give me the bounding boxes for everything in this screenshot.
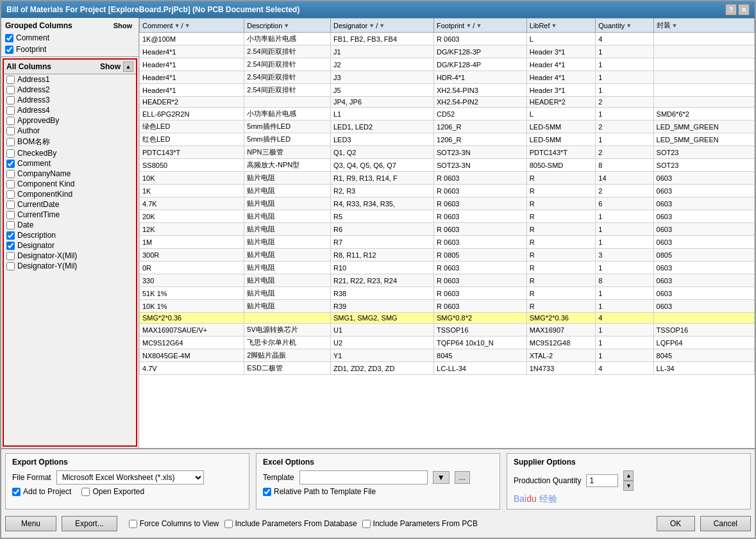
table-row[interactable]: SMG*2*0.36SMG1, SMG2, SMGSMG*0.8*2SMG*2*…: [140, 313, 755, 324]
col-more-checkbox[interactable]: [6, 262, 15, 270]
col-header-designator[interactable]: Designator ▼ / ▼: [331, 19, 434, 33]
help-button[interactable]: ?: [725, 4, 737, 15]
window-title: Bill of Materials For Project [ExploreBo…: [6, 5, 299, 14]
grouped-columns-section: Grouped Columns Show Comment Footprint: [1, 18, 139, 57]
template-dropdown-btn[interactable]: ▼: [433, 471, 449, 484]
force-columns-label[interactable]: Force Columns to View: [129, 519, 219, 528]
open-exported-checkbox[interactable]: [81, 488, 90, 496]
col-comment-checkbox[interactable]: [6, 160, 15, 168]
col-header-quantity[interactable]: Quantity ▼: [596, 19, 653, 33]
table-row[interactable]: 20K贴片电阻R5R 0603R10603: [140, 210, 755, 223]
col-designator-x-checkbox[interactable]: [6, 252, 15, 260]
col-date-checkbox[interactable]: [6, 221, 15, 229]
table-row[interactable]: 10K贴片电阻R1, R9, R13, R14, FR 0603R140603: [140, 172, 755, 185]
grouped-footprint-checkbox[interactable]: [5, 46, 13, 54]
table-row[interactable]: 4.7VESD二极管ZD1, ZD2, ZD3, ZDLC-LL-341N473…: [140, 362, 755, 375]
table-row[interactable]: 1K贴片电阻R2, R3R 0603R20603: [140, 185, 755, 197]
include-params-db-label[interactable]: Include Parameters From Database: [224, 519, 357, 528]
table-row[interactable]: Header4*12.54间距双排针J1DG/KF128-3PHeader 3*…: [140, 46, 755, 58]
table-row[interactable]: ELL-6PG2R2N小功率贴片电感L1CD52L1SMD6*6*2: [140, 108, 755, 120]
grouped-comment-checkbox[interactable]: [5, 34, 13, 42]
cancel-button[interactable]: Cancel: [700, 516, 751, 531]
col-bom-checkbox[interactable]: [6, 138, 15, 146]
col-header-comment[interactable]: Comment ▼ / ▼: [140, 19, 244, 33]
col-component-kind-checkbox[interactable]: [6, 180, 15, 188]
qty-down-btn[interactable]: ▼: [623, 481, 634, 491]
table-row[interactable]: MC9S12G64飞思卡尔单片机U2TQFP64 10x10_NMC9S12G4…: [140, 336, 755, 349]
table-row[interactable]: MAX16907SAUE/V+5V电源转换芯片U1TSSOP16MAX16907…: [140, 324, 755, 336]
qty-up-btn[interactable]: ▲: [623, 470, 634, 481]
table-row[interactable]: SS8050高频放大-NPN型Q3, Q4, Q5, Q6, Q7SOT23-3…: [140, 159, 755, 172]
table-row[interactable]: Header4*12.54间距双排针J2DG/KF128-4PHeader 4*…: [140, 58, 755, 71]
col-currenttime-checkbox[interactable]: [6, 211, 15, 219]
include-params-db-checkbox[interactable]: [224, 520, 233, 528]
col-author-checkbox[interactable]: [6, 127, 15, 135]
open-exported-label[interactable]: Open Exported: [81, 487, 144, 496]
all-col-address2: Address2: [4, 85, 136, 95]
relative-path-checkbox[interactable]: [263, 488, 271, 496]
table-container[interactable]: Comment ▼ / ▼ Description ▼: [139, 18, 755, 448]
ok-button[interactable]: OK: [657, 516, 695, 531]
col-address1-checkbox[interactable]: [6, 76, 15, 84]
table-row[interactable]: NX8045GE-4M2脚贴片晶振Y18045XTAL-218045: [140, 349, 755, 362]
add-to-project-label[interactable]: Add to Project: [12, 487, 71, 496]
col-componentkind-checkbox[interactable]: [6, 190, 15, 199]
table-row[interactable]: 0R贴片电阻R10R 0603R10603: [140, 261, 755, 274]
col-componentkind-label: ComponentKind: [17, 190, 72, 199]
force-columns-checkbox[interactable]: [129, 520, 137, 528]
file-format-label: File Format: [12, 473, 51, 482]
scroll-up-button[interactable]: ▲: [123, 62, 133, 72]
table-row[interactable]: 10K 1%贴片电阻R39R 0603R10603: [140, 300, 755, 313]
table-row[interactable]: 12K贴片电阻R6R 0603R10603: [140, 223, 755, 236]
col-header-footprint[interactable]: Footprint ▼ / ▼: [434, 19, 527, 33]
baidu-watermark: Baidu 经验: [514, 493, 744, 505]
export-button[interactable]: Export...: [62, 516, 117, 531]
include-params-pcb-checkbox[interactable]: [362, 520, 371, 528]
table-row[interactable]: 绿色LED5mm插件LEDLED1, LED21206_RLED-5MM2LED…: [140, 120, 755, 133]
all-col-component-kind: Component Kind: [4, 179, 136, 189]
col-designator-checkbox[interactable]: [6, 242, 15, 250]
title-bar: Bill of Materials For Project [ExploreBo…: [1, 1, 755, 18]
table-row[interactable]: HEADER*2JP4, JP6XH2.54-PIN2HEADER*22: [140, 97, 755, 108]
col-address2-checkbox[interactable]: [6, 86, 15, 94]
export-checkbox-row: Add to Project Open Exported: [12, 487, 242, 496]
col-header-package[interactable]: 封装 ▼: [653, 19, 754, 33]
col-currentdate-checkbox[interactable]: [6, 201, 15, 209]
template-input[interactable]: [299, 470, 428, 485]
table-row[interactable]: 1M贴片电阻R7R 0603R10603: [140, 236, 755, 249]
col-address4-checkbox[interactable]: [6, 106, 15, 115]
include-params-pcb-label[interactable]: Include Parameters From PCB: [362, 519, 478, 528]
template-browse-btn[interactable]: ...: [455, 471, 470, 484]
table-row[interactable]: 红色LED5mm插件LEDLED31206_RLED-5MM1LED_5MM_G…: [140, 133, 755, 146]
options-row: Export Options File Format Microsoft Exc…: [5, 453, 751, 510]
table-row[interactable]: 51K 1%贴片电阻R38R 0603R10603: [140, 287, 755, 300]
excel-options-group: Excel Options Template ▼ ... Relative Pa…: [256, 453, 500, 510]
table-row[interactable]: Header4*12.54间距双排针J5XH2.54-PIN3Header 3*…: [140, 84, 755, 97]
table-row[interactable]: 300R贴片电阻R8, R11, R12R 0805R30805: [140, 249, 755, 261]
col-address3-label: Address3: [17, 95, 50, 104]
close-button[interactable]: ✕: [738, 4, 750, 15]
menu-button[interactable]: Menu: [5, 516, 56, 531]
add-to-project-checkbox[interactable]: [12, 488, 21, 496]
all-col-date: Date: [4, 220, 136, 230]
production-qty-input[interactable]: [586, 474, 618, 487]
col-header-description[interactable]: Description ▼: [244, 19, 331, 33]
table-row[interactable]: 330贴片电阻R21, R22, R23, R24R 0603R80603: [140, 274, 755, 287]
table-row[interactable]: Header4*12.54间距双排针J3HDR-4*1Header 4*11: [140, 71, 755, 84]
table-row[interactable]: 4.7K贴片电阻R4, R33, R34, R35,R 0603R60603: [140, 197, 755, 210]
grouped-columns-header: Grouped Columns Show: [3, 19, 137, 32]
relative-path-label[interactable]: Relative Path to Template File: [263, 487, 376, 496]
col-companyname-checkbox[interactable]: [6, 170, 15, 178]
col-header-libref[interactable]: LibRef ▼: [526, 19, 596, 33]
all-col-description: Description: [4, 230, 136, 240]
col-address3-checkbox[interactable]: [6, 96, 15, 104]
col-description-checkbox[interactable]: [6, 231, 15, 240]
file-format-select[interactable]: Microsoft Excel Worksheet (*.xls): [56, 470, 204, 485]
table-row[interactable]: 1K@100M小功率贴片电感FB1, FB2, FB3, FB4R 0603L4: [140, 33, 755, 46]
all-col-address1: Address1: [4, 74, 136, 85]
template-row: Template ▼ ...: [263, 470, 493, 485]
col-checkedby-checkbox[interactable]: [6, 149, 15, 158]
col-component-kind-label: Component Kind: [17, 179, 74, 188]
table-row[interactable]: PDTC143*TNPN三极管Q1, Q2SOT23-3NPDTC143*T2S…: [140, 146, 755, 159]
col-approvedby-checkbox[interactable]: [6, 117, 15, 125]
